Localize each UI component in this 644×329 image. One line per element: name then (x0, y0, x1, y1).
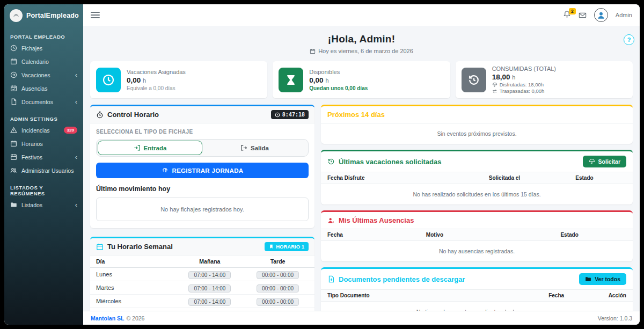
section-label: ADMIN SETTINGS (4, 112, 83, 123)
today-date-label: Hoy es viernes, 6 de marzo de 2026 (318, 48, 413, 54)
fichaje-type-label: SELECCIONA EL TIPO DE FICHAJE (96, 129, 309, 135)
sidebar-item-listados[interactable]: Listados ‹ (4, 198, 83, 211)
sidebar-item-label: Incidencias (21, 127, 50, 134)
sidebar-item-horarios[interactable]: Horarios (4, 137, 83, 150)
notifications-count-badge: 2 (569, 8, 576, 14)
calendar-icon (96, 243, 104, 251)
hourglass-icon (279, 68, 303, 92)
calendar-icon (310, 48, 316, 54)
page-content: ¡Hola, Admin! Hoy es viernes, 6 de marzo… (83, 26, 640, 311)
help-button[interactable]: ? (624, 34, 634, 45)
vacaciones-solicitadas-panel: Últimas vacaciones solicitadas Solicitar… (321, 150, 633, 204)
panel-title: Últimas vacaciones solicitadas (339, 158, 441, 166)
stats-row: Vacaciones Asignadas 0,00 h Equivale a 0… (90, 61, 633, 98)
card-title: Tu Horario Semanal (107, 243, 173, 251)
time-range: 00:00 - 00:00 (257, 284, 299, 293)
horario-semanal-card: Tu Horario Semanal HORARIO 1 Día Mañana … (90, 237, 314, 311)
ver-todos-label: Ver todos (595, 276, 620, 282)
registrar-jornada-button[interactable]: REGISTRAR JORNADA (96, 163, 309, 178)
incidencias-count-badge: 320 (64, 127, 77, 134)
ver-todos-button[interactable]: Ver todos (579, 273, 626, 285)
sidebar-item-calendario[interactable]: Calendario (4, 55, 83, 68)
day-label: Martes (96, 284, 173, 291)
panel-title: Documentos pendientes de descargar (339, 275, 465, 283)
sidebar-item-label: Vacaciones (21, 72, 50, 78)
section-label: PORTAL EMPLEADO (4, 30, 83, 41)
user-avatar[interactable] (594, 8, 608, 22)
documents-table-header: Tipo Documento Fecha Acción (321, 289, 633, 302)
envelope-icon (579, 11, 587, 19)
brand[interactable]: PortalEmpleado (4, 4, 83, 26)
fichajes-empty-state: No hay fichajes registrados hoy. (96, 198, 309, 221)
column-header: Estado (575, 175, 626, 181)
time-range: 00:00 - 00:00 (257, 298, 299, 306)
sidebar-item-festivos[interactable]: Festivos ‹ (4, 150, 83, 164)
fingerprint-icon (162, 167, 169, 174)
sidebar-item-vacaciones[interactable]: Vacaciones ‹ (4, 68, 83, 82)
sidebar-item-label: Horarios (21, 141, 43, 147)
column-header: Tipo Documento (327, 293, 548, 298)
notifications-button[interactable]: 2 (563, 10, 571, 20)
chevron-left-icon: ‹ (75, 99, 77, 105)
sidebar-item-label: Listados (21, 202, 42, 208)
table-row: Martes 07:00 - 14:00 00:00 - 00:00 (90, 281, 314, 295)
column-header: Solicitada el (489, 175, 576, 181)
vacations-empty-state: No has realizado solicitudes en los últi… (321, 184, 633, 204)
sidebar: PortalEmpleado PORTAL EMPLEADO Fichajes … (4, 4, 83, 325)
sidebar-item-administrar-usuarios[interactable]: Administrar Usuarios (4, 164, 83, 177)
fichaje-type-switch: Entrada Salida (96, 139, 309, 157)
stat-subtitle: Quedan unos 0,00 días (309, 85, 368, 91)
live-clock-value: 8:47:18 (282, 112, 305, 118)
card-title: Control Horario (107, 111, 159, 119)
sidebar-item-documentos[interactable]: Documentos ‹ (4, 95, 83, 108)
stat-card-consumidas: CONSUMIDAS (TOTAL) 18,00 h Disfrutadas: … (456, 61, 633, 98)
messages-button[interactable] (579, 11, 587, 19)
sidebar-item-ausencias[interactable]: Ausencias (4, 82, 83, 95)
table-row: Jueves 07:00 - 14:00 00:00 - 00:00 (90, 308, 314, 311)
time-range: 07:00 - 14:00 (188, 271, 231, 279)
upcoming-empty-state: Sin eventos próximos previstos. (321, 123, 633, 144)
warning-triangle-icon (10, 127, 17, 134)
stat-detail: Traspasadas: 0,00h (500, 88, 545, 94)
footer: Mantolan SL © 2026 Version: 1.0.3 (83, 311, 640, 325)
column-header: Fecha Disfrute (327, 175, 489, 181)
stat-value: 18,00 (492, 73, 510, 81)
stat-value: 0,00 (309, 76, 323, 84)
stat-title: CONSUMIDAS (TOTAL) (492, 65, 556, 72)
version-label: Version: 1.0.3 (598, 315, 632, 321)
time-range: 07:00 - 14:00 (188, 298, 231, 306)
panel-title: Mis Últimas Ausencias (339, 216, 414, 224)
door-exit-icon (240, 144, 247, 151)
section-label: LISTADOS Y RESÚMENES (4, 180, 83, 198)
tab-entrada[interactable]: Entrada (98, 141, 202, 155)
sidebar-item-label: Ausencias (21, 85, 47, 92)
stat-value: 0,00 (127, 76, 141, 84)
solicitar-button[interactable]: Solicitar (583, 156, 626, 167)
brand-logo-icon (10, 9, 23, 22)
sidebar-item-fichajes[interactable]: Fichajes (4, 41, 83, 55)
column-header: Mañana (173, 258, 247, 265)
day-label: Miércoles (96, 298, 173, 304)
company-link[interactable]: Mantolan SL (91, 315, 124, 321)
chevron-left-icon: ‹ (75, 72, 77, 78)
sidebar-item-label: Festivos (21, 154, 42, 160)
stat-title: Disponibles (309, 69, 368, 75)
solicitar-label: Solicitar (598, 158, 620, 165)
username-label[interactable]: Admin (616, 12, 632, 18)
vacations-table-header: Fecha Disfrute Solicitada el Estado (321, 172, 633, 184)
menu-toggle-icon[interactable] (91, 10, 100, 20)
history-icon (327, 158, 335, 165)
sidebar-item-incidencias[interactable]: Incidencias 320 (4, 123, 83, 137)
calendar-check-icon (10, 85, 17, 92)
table-row: Lunes 07:00 - 14:00 00:00 - 00:00 (90, 268, 314, 281)
proximos-dias-panel: Próximos 14 días Sin eventos próximos pr… (321, 105, 633, 144)
horario-badge[interactable]: HORARIO 1 (265, 242, 309, 251)
chevron-left-icon: ‹ (75, 155, 77, 160)
tab-entrada-label: Entrada (144, 145, 167, 151)
column-header: Estado (560, 232, 626, 238)
history-icon (462, 68, 486, 92)
calendar-icon (10, 140, 17, 147)
registrar-jornada-label: REGISTRAR JORNADA (172, 167, 244, 174)
tab-salida[interactable]: Salida (202, 141, 307, 155)
sidebar-item-label: Documentos (21, 99, 53, 105)
